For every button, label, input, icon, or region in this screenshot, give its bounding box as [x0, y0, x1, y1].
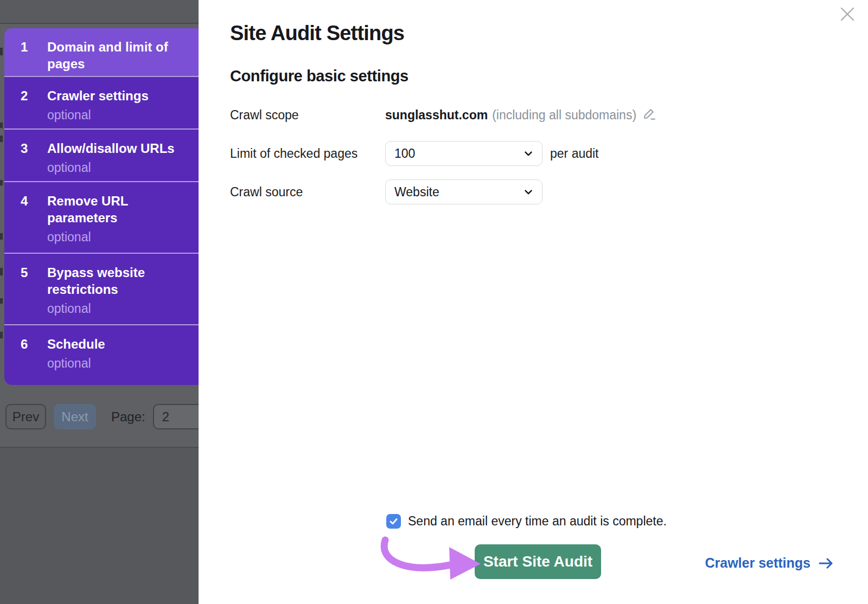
step-number: 3 — [21, 140, 47, 157]
step-title: Allow/disallow URLs — [47, 140, 184, 157]
prev-button[interactable]: Prev — [5, 404, 46, 429]
background-pagination: Prev Next Page: — [5, 404, 199, 429]
background-text-fragment — [0, 268, 3, 275]
crawl-scope-note: (including all subdomains) — [492, 108, 636, 123]
step-schedule[interactable]: 6 Schedule optional — [4, 324, 199, 385]
email-opt-in-row: Send an email every time an audit is com… — [386, 514, 667, 529]
next-button[interactable]: Next — [54, 404, 96, 429]
crawl-scope-domain: sunglasshut.com — [385, 108, 488, 123]
background-divider — [0, 447, 199, 448]
close-icon[interactable] — [838, 4, 857, 24]
page-label: Page: — [111, 409, 145, 425]
page-number-input[interactable] — [153, 404, 199, 429]
step-title: Schedule — [47, 336, 184, 352]
step-number: 2 — [21, 87, 47, 104]
step-domain-and-limit[interactable]: 1 Domain and limit of pages — [4, 28, 199, 76]
background-text-fragment — [0, 48, 3, 55]
step-number: 1 — [21, 38, 47, 55]
step-title: Bypass website restrictions — [47, 264, 184, 298]
edit-pencil-icon[interactable] — [642, 106, 656, 124]
background-table-area — [0, 448, 199, 604]
step-optional-label: optional — [47, 356, 184, 371]
check-icon — [388, 516, 399, 526]
site-audit-settings-modal: Site Audit Settings Configure basic sett… — [199, 0, 868, 604]
chevron-down-icon — [522, 186, 534, 198]
step-optional-label: optional — [47, 160, 184, 175]
step-number: 5 — [21, 264, 47, 281]
step-optional-label: optional — [47, 108, 184, 123]
crawl-scope-value: sunglasshut.com (including all subdomain… — [385, 106, 656, 124]
section-heading: Configure basic settings — [230, 67, 409, 85]
limit-select[interactable]: 100 — [385, 141, 542, 166]
page-title: Site Audit Settings — [230, 22, 404, 45]
chevron-down-icon — [522, 147, 534, 159]
crawl-source-selected-value: Website — [394, 185, 522, 200]
crawler-settings-link-label: Crawler settings — [705, 555, 810, 571]
limit-label: Limit of checked pages — [230, 146, 358, 161]
wizard-steps-sidebar: 1 Domain and limit of pages 2 Crawler se… — [4, 28, 199, 385]
step-allow-disallow-urls[interactable]: 3 Allow/disallow URLs optional — [4, 128, 199, 181]
step-remove-url-parameters[interactable]: 4 Remove URL parameters optional — [4, 181, 199, 253]
background-text-fragment — [0, 123, 3, 128]
background-text-fragment — [0, 233, 3, 240]
start-site-audit-button[interactable]: Start Site Audit — [475, 544, 601, 579]
crawler-settings-link[interactable]: Crawler settings — [705, 555, 834, 571]
crawl-scope-label: Crawl scope — [230, 108, 299, 123]
background-text-fragment — [0, 136, 3, 142]
step-crawler-settings[interactable]: 2 Crawler settings optional — [4, 76, 199, 128]
arrow-right-icon — [818, 556, 834, 570]
step-title: Remove URL parameters — [47, 192, 184, 226]
email-opt-in-label: Send an email every time an audit is com… — [408, 514, 667, 529]
step-number: 6 — [21, 336, 47, 352]
limit-suffix: per audit — [550, 146, 599, 161]
background-text-fragment — [0, 332, 3, 338]
crawl-source-label: Crawl source — [230, 185, 303, 200]
step-bypass-website-restrictions[interactable]: 5 Bypass website restrictions optional — [4, 253, 199, 324]
site-audit-settings-screen: 1 Domain and limit of pages 2 Crawler se… — [0, 0, 868, 604]
email-checkbox[interactable] — [386, 514, 401, 529]
step-title: Domain and limit of pages — [47, 38, 184, 72]
background-text-fragment — [0, 180, 3, 185]
limit-selected-value: 100 — [394, 146, 522, 161]
background-text-fragment — [0, 298, 3, 304]
step-optional-label: optional — [47, 301, 184, 316]
step-optional-label: optional — [47, 230, 184, 245]
step-title: Crawler settings — [47, 87, 184, 104]
dimmed-background: 1 Domain and limit of pages 2 Crawler se… — [0, 0, 199, 604]
step-number: 4 — [21, 192, 47, 209]
background-toolbar — [0, 0, 199, 24]
crawl-source-select[interactable]: Website — [385, 179, 542, 204]
